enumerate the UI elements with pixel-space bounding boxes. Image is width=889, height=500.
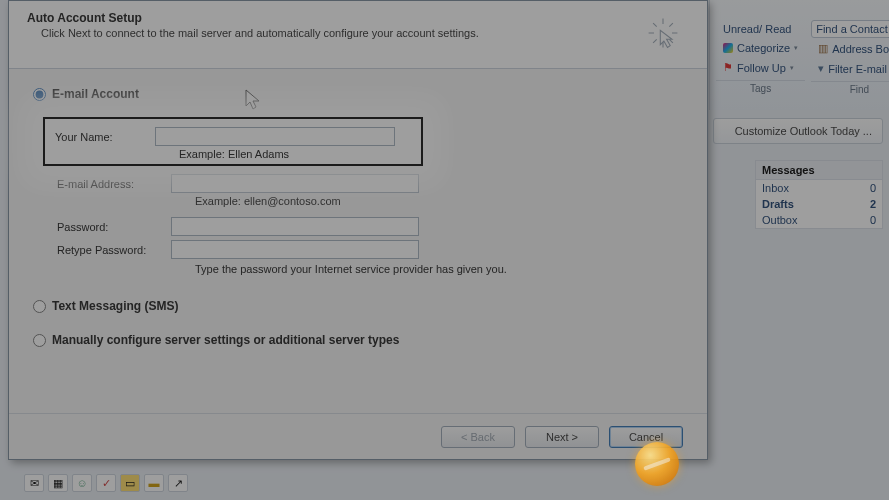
messages-row-label: Drafts bbox=[762, 198, 794, 210]
categorize-label: Categorize bbox=[737, 42, 790, 54]
password-hint: Type the password your Internet service … bbox=[195, 263, 683, 275]
your-name-highlight: Your Name: Example: Ellen Adams bbox=[43, 117, 423, 166]
follow-up-label: Follow Up bbox=[737, 62, 786, 74]
auto-account-setup-dialog: Auto Account Setup Click Next to connect… bbox=[8, 0, 708, 460]
messages-row-count: 0 bbox=[870, 182, 876, 194]
navigation-strip: ✉ ▦ ☺ ✓ ▭ ▬ ↗ bbox=[24, 474, 188, 492]
email-account-radio[interactable] bbox=[33, 88, 46, 101]
sms-label: Text Messaging (SMS) bbox=[52, 299, 178, 313]
dialog-subtitle: Click Next to connect to the mail server… bbox=[41, 27, 689, 39]
messages-row[interactable]: Drafts2 bbox=[756, 196, 882, 212]
nav-shortcuts-icon[interactable]: ↗ bbox=[168, 474, 188, 492]
next-button[interactable]: Next > bbox=[525, 426, 599, 448]
your-name-input[interactable] bbox=[155, 127, 395, 146]
password-input[interactable] bbox=[171, 217, 419, 236]
your-name-label: Your Name: bbox=[55, 131, 155, 143]
messages-row-label: Inbox bbox=[762, 182, 789, 194]
password-label: Password: bbox=[57, 221, 171, 233]
chevron-down-icon: ▾ bbox=[790, 64, 794, 72]
messages-row-count: 2 bbox=[870, 198, 876, 210]
dialog-header: Auto Account Setup Click Next to connect… bbox=[9, 1, 707, 69]
sms-radio[interactable] bbox=[33, 300, 46, 313]
address-book-icon: ▥ bbox=[818, 42, 828, 55]
your-name-hint: Example: Ellen Adams bbox=[179, 148, 411, 160]
retype-password-label: Retype Password: bbox=[57, 244, 171, 256]
unread-read-button[interactable]: Unread/ Read bbox=[716, 20, 805, 38]
address-book-label: Address Book bbox=[832, 43, 889, 55]
nav-calendar-icon[interactable]: ▦ bbox=[48, 474, 68, 492]
filter-email-button[interactable]: ▾Filter E-mail▾ bbox=[811, 59, 889, 78]
messages-row-label: Outbox bbox=[762, 214, 797, 226]
messages-header: Messages bbox=[756, 161, 882, 180]
dialog-footer: < Back Next > Cancel bbox=[9, 413, 707, 459]
messages-summary: Messages Inbox0Drafts2Outbox0 bbox=[755, 160, 883, 229]
address-book-button[interactable]: ▥Address Book bbox=[811, 39, 889, 58]
find-contact-input[interactable]: Find a Contact▾ bbox=[811, 20, 889, 38]
filter-email-label: Filter E-mail bbox=[828, 63, 887, 75]
chevron-down-icon: ▾ bbox=[794, 44, 798, 52]
follow-up-button[interactable]: ⚑Follow Up▾ bbox=[716, 58, 805, 77]
dialog-title: Auto Account Setup bbox=[27, 11, 689, 25]
email-address-hint: Example: ellen@contoso.com bbox=[195, 195, 683, 207]
nav-notes-icon[interactable]: ▭ bbox=[120, 474, 140, 492]
email-account-label: E-mail Account bbox=[52, 87, 139, 101]
funnel-icon: ▾ bbox=[818, 62, 824, 75]
watermark-seal-icon bbox=[635, 442, 679, 486]
retype-password-input[interactable] bbox=[171, 240, 419, 259]
messages-row-count: 0 bbox=[870, 214, 876, 226]
ribbon-right: Unread/ Read Categorize▾ ⚑Follow Up▾ Tag… bbox=[709, 0, 889, 110]
categorize-icon bbox=[723, 43, 733, 53]
find-group-label: Find bbox=[811, 81, 889, 95]
nav-contacts-icon[interactable]: ☺ bbox=[72, 474, 92, 492]
manual-config-radio[interactable] bbox=[33, 334, 46, 347]
manual-config-label: Manually configure server settings or ad… bbox=[52, 333, 399, 347]
wizard-cursor-icon bbox=[645, 15, 681, 51]
categorize-button[interactable]: Categorize▾ bbox=[716, 39, 805, 57]
tags-group-label: Tags bbox=[716, 80, 805, 94]
email-address-input[interactable] bbox=[171, 174, 419, 193]
nav-tasks-icon[interactable]: ✓ bbox=[96, 474, 116, 492]
mouse-cursor-icon bbox=[245, 89, 263, 113]
nav-mail-icon[interactable]: ✉ bbox=[24, 474, 44, 492]
flag-icon: ⚑ bbox=[723, 61, 733, 74]
outlook-today-panel: Customize Outlook Today ... Messages Inb… bbox=[713, 118, 883, 229]
nav-folder-icon[interactable]: ▬ bbox=[144, 474, 164, 492]
unread-read-label: Unread/ Read bbox=[723, 23, 792, 35]
back-button: < Back bbox=[441, 426, 515, 448]
customize-outlook-today-button[interactable]: Customize Outlook Today ... bbox=[713, 118, 883, 144]
email-address-label: E-mail Address: bbox=[57, 178, 171, 190]
messages-row[interactable]: Outbox0 bbox=[756, 212, 882, 228]
find-contact-placeholder: Find a Contact bbox=[816, 23, 888, 35]
messages-row[interactable]: Inbox0 bbox=[756, 180, 882, 196]
